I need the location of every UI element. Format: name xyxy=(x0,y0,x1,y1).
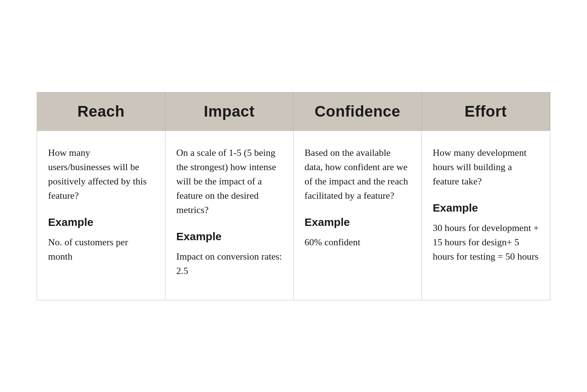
body-effort: How many development hours will building… xyxy=(422,131,550,300)
effort-description: How many development hours will building… xyxy=(433,146,539,188)
confidence-example-label: Example xyxy=(305,216,411,228)
header-effort: Effort xyxy=(422,92,550,131)
header-reach: Reach xyxy=(37,92,165,131)
confidence-example-text: 60% confident xyxy=(305,235,411,249)
header-effort-text: Effort xyxy=(464,103,507,120)
impact-example-label: Example xyxy=(176,230,282,243)
rice-framework-table: Reach Impact Confidence Effort How many … xyxy=(37,92,550,300)
impact-example-text: Impact on conversion rates: 2.5 xyxy=(176,249,282,278)
effort-example-label: Example xyxy=(433,202,539,214)
body-confidence: Based on the available data, how confide… xyxy=(294,131,422,300)
header-impact: Impact xyxy=(165,92,294,131)
reach-description: How many users/businesses will be positi… xyxy=(48,146,154,203)
impact-description: On a scale of 1-5 (5 being the strongest… xyxy=(176,146,282,217)
header-confidence-text: Confidence xyxy=(314,103,400,120)
effort-example-text: 30 hours for development + 15 hours for … xyxy=(433,221,539,264)
header-confidence: Confidence xyxy=(294,92,422,131)
reach-example-label: Example xyxy=(48,216,154,228)
header-reach-text: Reach xyxy=(77,103,125,120)
body-reach: How many users/businesses will be positi… xyxy=(37,131,165,300)
header-impact-text: Impact xyxy=(204,103,255,120)
confidence-description: Based on the available data, how confide… xyxy=(305,146,411,203)
reach-example-text: No. of customers per month xyxy=(48,235,154,264)
body-impact: On a scale of 1-5 (5 being the strongest… xyxy=(165,131,294,300)
